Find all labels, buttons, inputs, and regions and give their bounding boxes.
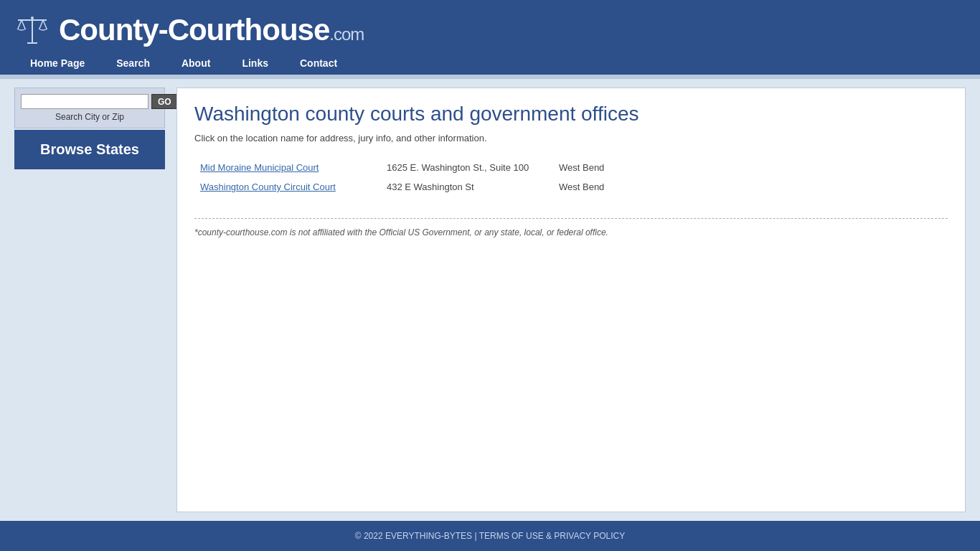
- disclaimer: *county-courthouse.com is not affiliated…: [194, 227, 948, 237]
- footer-text: © 2022 EVERYTHING-BYTES | TERMS OF USE &…: [355, 531, 626, 541]
- search-input[interactable]: [21, 94, 149, 109]
- content-wrapper: GO Search City or Zip Browse States Wash…: [0, 79, 980, 521]
- browse-states-button[interactable]: Browse States: [14, 130, 165, 169]
- table-row: Washington County Circuit Court 432 E Wa…: [194, 177, 948, 197]
- go-button[interactable]: GO: [151, 94, 178, 109]
- court-city: West Bend: [553, 177, 948, 197]
- nav-search[interactable]: Search: [100, 52, 166, 75]
- logo-area: County-Courthouse.com: [14, 7, 966, 52]
- main-nav: Home Page Search About Links Contact: [14, 52, 966, 75]
- divider: [194, 218, 948, 219]
- nav-about[interactable]: About: [166, 52, 226, 75]
- table-row: Mid Moraine Municipal Court 1625 E. Wash…: [194, 158, 948, 177]
- page-title: Washington county courts and government …: [194, 103, 948, 126]
- court-city: West Bend: [553, 158, 948, 177]
- site-footer: © 2022 EVERYTHING-BYTES | TERMS OF USE &…: [0, 521, 980, 551]
- svg-line-4: [39, 20, 43, 29]
- court-link[interactable]: Washington County Circuit Court: [200, 182, 336, 192]
- site-title: County-Courthouse.com: [59, 13, 364, 47]
- sidebar: GO Search City or Zip Browse States: [14, 88, 165, 512]
- court-link[interactable]: Mid Moraine Municipal Court: [200, 162, 319, 173]
- nav-contact[interactable]: Contact: [284, 52, 353, 75]
- subtitle: Click on the location name for address, …: [194, 133, 948, 143]
- svg-line-5: [43, 20, 47, 29]
- svg-point-7: [31, 17, 34, 19]
- search-city-zip-label: Search City or Zip: [21, 112, 159, 122]
- court-address: 432 E Washington St: [381, 177, 553, 197]
- site-tld: .com: [329, 24, 364, 44]
- main-content: Washington county courts and government …: [176, 88, 966, 512]
- site-name-text: County-Courthouse: [59, 13, 329, 47]
- svg-line-2: [18, 20, 22, 29]
- scales-icon: [14, 14, 50, 47]
- nav-links[interactable]: Links: [226, 52, 284, 75]
- nav-home[interactable]: Home Page: [14, 52, 100, 75]
- search-row: GO: [21, 94, 159, 109]
- court-address: 1625 E. Washington St., Suite 100: [381, 158, 553, 177]
- svg-line-3: [22, 20, 25, 29]
- courts-table: Mid Moraine Municipal Court 1625 E. Wash…: [194, 158, 948, 197]
- search-box-container: GO Search City or Zip: [14, 88, 165, 128]
- site-header: County-Courthouse.com Home Page Search A…: [0, 0, 980, 75]
- courts-tbody: Mid Moraine Municipal Court 1625 E. Wash…: [194, 158, 948, 197]
